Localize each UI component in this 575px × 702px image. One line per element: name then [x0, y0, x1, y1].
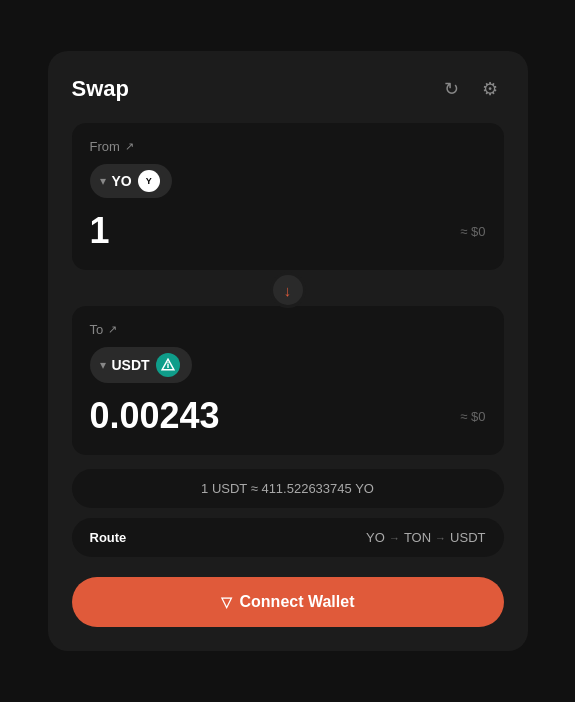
from-label: From ↗ — [90, 139, 486, 154]
from-token-selector[interactable]: ▾ YO Y — [90, 164, 172, 198]
to-section: To ↗ ▾ USDT 0.00243 ≈ $0 — [72, 306, 504, 455]
to-external-icon[interactable]: ↗ — [108, 323, 117, 336]
route-arrow-1: → — [389, 532, 400, 544]
from-token-chevron: ▾ — [100, 174, 106, 188]
refresh-button[interactable]: ↻ — [438, 75, 466, 103]
page-title: Swap — [72, 76, 129, 102]
connect-wallet-label: Connect Wallet — [240, 593, 355, 611]
connect-wallet-button[interactable]: ▽ Connect Wallet — [72, 577, 504, 627]
from-amount-row: 1 ≈ $0 — [90, 210, 486, 252]
to-amount-value: 0.00243 — [90, 395, 220, 437]
route-arrow-2: → — [435, 532, 446, 544]
swap-card: Swap ↻ ⚙ From ↗ ▾ YO Y 1 ≈ $0 — [48, 51, 528, 651]
header-actions: ↻ ⚙ — [438, 75, 504, 103]
to-token-name: USDT — [112, 357, 150, 373]
to-label: To ↗ — [90, 322, 486, 337]
from-token-avatar: Y — [138, 170, 160, 192]
wallet-icon: ▽ — [221, 594, 232, 610]
settings-button[interactable]: ⚙ — [476, 75, 504, 103]
from-section: From ↗ ▾ YO Y 1 ≈ $0 — [72, 123, 504, 270]
rate-bar[interactable]: 1 USDT ≈ 411.522633745 YO — [72, 469, 504, 508]
card-header: Swap ↻ ⚙ — [72, 75, 504, 103]
route-bar: Route YO → TON → USDT — [72, 518, 504, 557]
from-amount-usd: ≈ $0 — [460, 224, 485, 239]
route-step-3: USDT — [450, 530, 485, 545]
route-step-1: YO — [366, 530, 385, 545]
swap-divider: ↓ — [72, 272, 504, 308]
route-path: YO → TON → USDT — [366, 530, 485, 545]
from-token-name: YO — [112, 173, 132, 189]
to-token-chevron: ▾ — [100, 358, 106, 372]
to-token-selector[interactable]: ▾ USDT — [90, 347, 192, 383]
swap-direction-button[interactable]: ↓ — [270, 272, 306, 308]
route-step-2: TON — [404, 530, 431, 545]
to-amount-usd: ≈ $0 — [460, 409, 485, 424]
from-external-icon[interactable]: ↗ — [125, 140, 134, 153]
svg-point-2 — [167, 362, 168, 363]
to-amount-row: 0.00243 ≈ $0 — [90, 395, 486, 437]
route-label: Route — [90, 530, 127, 545]
from-amount-value[interactable]: 1 — [90, 210, 110, 252]
to-token-avatar — [156, 353, 180, 377]
